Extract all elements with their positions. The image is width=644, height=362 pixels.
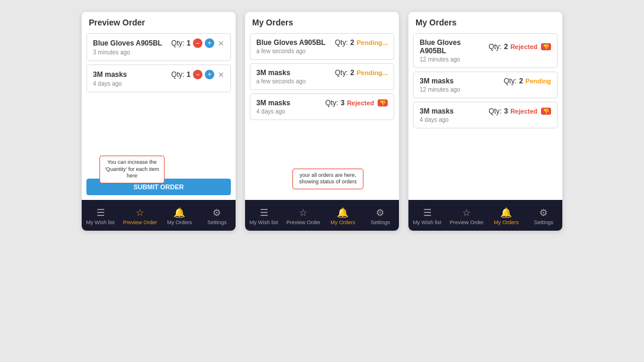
rejected-icon: 👎: [378, 99, 388, 106]
nav-label-preview: Preview Order: [286, 219, 321, 225]
order-right-side: Qty: 3Rejected👎: [325, 99, 388, 107]
order-item-header: 3M masksQty: 3Rejected👎: [256, 99, 388, 107]
order-name: 3M masks: [420, 77, 453, 85]
orders-icon: 🔔: [173, 207, 185, 218]
order-name: 3M masks: [420, 107, 453, 115]
order-item: 3M masksQty: 3Rejected👎4 days ago: [413, 102, 558, 128]
order-name: 3M masks: [256, 99, 290, 107]
nav-item-preview[interactable]: ☆Preview Order: [123, 207, 157, 225]
bottom-nav: ☰My Wish list☆Preview Order🔔My Orders⚙Se…: [245, 200, 399, 231]
order-qty: Qty: 1: [171, 70, 191, 79]
settings-icon: ⚙: [376, 207, 384, 218]
tooltip: your all orders are here, showing status…: [292, 169, 363, 189]
nav-label-orders: My Orders: [494, 219, 519, 225]
nav-item-settings[interactable]: ⚙Settings: [202, 207, 231, 225]
order-status: Rejected: [510, 43, 537, 50]
order-qty: Qty: 2: [488, 43, 508, 51]
nav-label-wishlist: My Wish list: [86, 219, 115, 225]
preview-icon: ☆: [136, 207, 144, 218]
nav-label-preview: Preview Order: [123, 219, 157, 225]
order-item-header: Blue Gloves A905BLQty: 1−+✕: [93, 38, 224, 48]
page-title: Preview Order: [82, 12, 236, 31]
order-status: Pending...: [356, 69, 388, 76]
nav-item-settings[interactable]: ⚙Settings: [529, 207, 558, 225]
orders-list: Blue Gloves A905BLQty: 2Rejected👎12 minu…: [408, 31, 562, 200]
order-qty: Qty: 1: [171, 39, 191, 47]
page-title: My Orders: [245, 12, 399, 31]
nav-item-wishlist[interactable]: ☰My Wish list: [413, 207, 442, 225]
order-item: 3M masksQty: 3Rejected👎4 days ago: [250, 93, 394, 120]
settings-icon: ⚙: [539, 207, 548, 218]
order-qty: Qty: 3: [488, 107, 508, 115]
order-name: Blue Gloves A905BL: [256, 38, 326, 47]
order-name: 3M masks: [256, 69, 290, 77]
nav-item-wishlist[interactable]: ☰My Wish list: [86, 207, 115, 225]
order-right-side: Qty: 2Pending...: [335, 38, 388, 47]
order-right-side: Qty: 1−+✕: [171, 70, 224, 79]
nav-item-orders[interactable]: 🔔My Orders: [491, 207, 521, 225]
nav-item-orders[interactable]: 🔔My Orders: [328, 207, 358, 225]
wishlist-icon: ☰: [96, 207, 105, 218]
order-item: Blue Gloves A905BLQty: 2Rejected👎12 minu…: [413, 33, 558, 68]
order-qty: Qty: 3: [325, 99, 344, 107]
qty-minus-button[interactable]: −: [193, 70, 202, 79]
order-item-header: 3M masksQty: 3Rejected👎: [420, 107, 551, 115]
nav-label-wishlist: My Wish list: [413, 219, 442, 225]
order-time: 12 minutes ago: [420, 86, 551, 93]
order-right-side: Qty: 1−+✕: [171, 38, 224, 48]
frame-my-orders-1: My OrdersBlue Gloves A905BLQty: 2Pending…: [245, 12, 399, 231]
order-item-header: Blue Gloves A905BLQty: 2Pending...: [256, 38, 388, 47]
order-qty: Qty: 2: [504, 77, 523, 85]
order-item-header: 3M masksQty: 2Pending...: [256, 69, 388, 77]
order-status: Pending...: [356, 39, 388, 46]
order-item: 3M masksQty: 1−+✕4 days ago: [86, 64, 231, 92]
qty-plus-button[interactable]: +: [205, 70, 214, 79]
nav-label-settings: Settings: [371, 219, 390, 225]
nav-label-wishlist: My Wish list: [250, 219, 278, 225]
order-right-side: Qty: 2Pending...: [335, 69, 388, 77]
bottom-nav: ☰My Wish list☆Preview Order🔔My Orders⚙Se…: [82, 200, 236, 231]
remove-item-button[interactable]: ✕: [218, 70, 224, 79]
order-item-header: 3M masksQty: 2Pending: [420, 77, 551, 85]
frame-preview-order: Preview OrderBlue Gloves A905BLQty: 1−+✕…: [82, 12, 236, 231]
order-time: 4 days ago: [420, 117, 551, 123]
nav-label-settings: Settings: [207, 219, 227, 225]
order-time: 12 minutes ago: [420, 56, 551, 63]
order-time: a few seconds ago: [256, 48, 388, 54]
rejected-icon: 👎: [541, 108, 551, 115]
orders-list: Blue Gloves A905BLQty: 1−+✕3 minutes ago…: [82, 31, 236, 174]
nav-item-orders[interactable]: 🔔My Orders: [165, 207, 194, 225]
remove-item-button[interactable]: ✕: [218, 39, 224, 48]
order-name: 3M masks: [93, 70, 127, 79]
order-qty: Qty: 2: [335, 69, 355, 77]
order-item: Blue Gloves A905BLQty: 2Pending...a few …: [250, 33, 394, 60]
order-item-header: Blue Gloves A905BLQty: 2Rejected👎: [420, 38, 551, 55]
nav-item-preview[interactable]: ☆Preview Order: [286, 207, 321, 225]
order-status: Rejected: [510, 108, 537, 115]
nav-label-preview: Preview Order: [450, 219, 484, 225]
nav-label-orders: My Orders: [167, 219, 192, 225]
order-qty: Qty: 2: [335, 38, 355, 47]
order-item: 3M masksQty: 2Pending...a few seconds ag…: [250, 63, 394, 90]
orders-icon: 🔔: [500, 207, 512, 218]
frames-container: Preview OrderBlue Gloves A905BLQty: 1−+✕…: [82, 12, 562, 231]
preview-icon: ☆: [462, 207, 471, 218]
tooltip: You can increase the 'Quantity' for each…: [99, 156, 165, 183]
order-right-side: Qty: 2Rejected👎: [488, 43, 551, 51]
qty-plus-button[interactable]: +: [205, 38, 214, 48]
nav-item-wishlist[interactable]: ☰My Wish list: [249, 207, 279, 225]
settings-icon: ⚙: [212, 207, 221, 218]
order-name: Blue Gloves A905BL: [93, 39, 162, 47]
frame-my-orders-2: My OrdersBlue Gloves A905BLQty: 2Rejecte…: [408, 12, 562, 231]
orders-icon: 🔔: [337, 207, 349, 218]
order-time: 4 days ago: [256, 108, 388, 115]
page-title: My Orders: [408, 12, 562, 31]
order-time: 3 minutes ago: [93, 49, 224, 56]
qty-minus-button[interactable]: −: [193, 38, 202, 48]
nav-item-preview[interactable]: ☆Preview Order: [450, 207, 484, 225]
nav-item-settings[interactable]: ⚙Settings: [365, 207, 395, 225]
nav-label-settings: Settings: [534, 219, 553, 225]
order-time: a few seconds ago: [256, 78, 388, 85]
wishlist-icon: ☰: [423, 207, 432, 218]
nav-label-orders: My Orders: [330, 219, 355, 225]
